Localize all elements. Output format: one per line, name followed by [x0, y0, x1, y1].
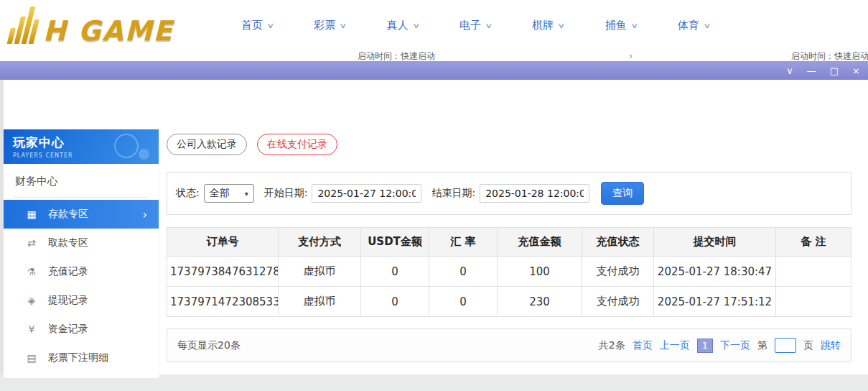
- pagination-bar: 每页显示20条 共2条 首页 上一页 1 下一页 第 页 跳转: [167, 328, 851, 362]
- background-page-text: 启动时间：快速启动: [358, 50, 435, 61]
- tab-company-deposit-records[interactable]: 公司入款记录: [167, 134, 247, 155]
- recharge-records-icon: ⚗: [25, 266, 38, 277]
- pagination-next[interactable]: 下一页: [720, 339, 750, 352]
- header-exchange-rate: 汇 率: [429, 228, 498, 257]
- table-row: 1737973847631278 虚拟币 0 0 100 支付成功 2025-0…: [167, 257, 851, 287]
- end-date-label: 结束日期:: [431, 187, 475, 200]
- chevron-down-icon: ∨: [412, 22, 420, 29]
- start-date-input[interactable]: [312, 184, 421, 203]
- nav-label: 棋牌: [532, 19, 554, 32]
- select-arrow-icon: ▾: [245, 190, 248, 198]
- cell-remark: [776, 287, 851, 317]
- pagination-current-page[interactable]: 1: [697, 339, 713, 353]
- sidebar-item-label: 取款专区: [48, 236, 88, 249]
- close-icon[interactable]: ×: [852, 66, 860, 75]
- search-button[interactable]: 查询: [601, 182, 644, 205]
- chevron-down-icon: ∨: [703, 22, 711, 29]
- total-count: 共2条: [599, 339, 625, 352]
- chevron-down-icon: ∨: [557, 22, 565, 29]
- nav-item-home[interactable]: 首页∨: [241, 19, 273, 32]
- sidebar-item-deposit-zone[interactable]: ▦ 存款专区 ›: [4, 200, 159, 229]
- sidebar-item-label: 存款专区: [48, 208, 88, 221]
- lottery-details-icon: ▤: [25, 352, 38, 364]
- withdraw-icon: ⇄: [25, 237, 38, 249]
- pagination-prev[interactable]: 上一页: [660, 339, 690, 352]
- sidebar-item-funds-records[interactable]: ¥ 资金记录: [4, 315, 159, 344]
- sidebar-item-withdrawal-records[interactable]: ◈ 提现记录: [4, 286, 159, 315]
- cell-payment-method: 虚拟币: [279, 287, 361, 317]
- header-recharge-status: 充值状态: [582, 228, 654, 257]
- window-controls: ∨ — □ ×: [786, 66, 868, 75]
- collapse-icon[interactable]: ∨: [786, 66, 793, 75]
- main-nav: 首页∨ 彩票∨ 真人∨ 电子∨ 棋牌∨ 捕鱼∨ 体育∨: [241, 19, 709, 32]
- nav-item-fishing[interactable]: 捕鱼∨: [605, 19, 637, 32]
- nav-label: 真人: [387, 19, 409, 32]
- cell-remark: [776, 257, 851, 287]
- sidebar-item-recharge-records[interactable]: ⚗ 充值记录: [4, 257, 159, 286]
- cell-recharge-status: 支付成功: [582, 257, 654, 287]
- nav-item-live[interactable]: 真人∨: [387, 19, 419, 32]
- deposit-icon: ▦: [25, 208, 38, 220]
- cell-order-id: 1737971472308533: [167, 287, 279, 317]
- cell-recharge-status: 支付成功: [582, 287, 654, 317]
- chevron-down-icon: ∨: [266, 22, 274, 29]
- table-header-row: 订单号 支付方式 USDT金额 汇 率 充值金额 充值状态 提交时间 备 注: [167, 228, 851, 257]
- status-label: 状态:: [176, 187, 200, 200]
- status-select-value: 全部: [210, 187, 230, 200]
- nav-item-electronic[interactable]: 电子∨: [459, 19, 491, 32]
- funds-records-icon: ¥: [25, 323, 38, 335]
- page-jump-input[interactable]: [775, 338, 796, 353]
- decor-circle: [139, 149, 149, 160]
- jump-button[interactable]: 跳转: [821, 339, 841, 352]
- tab-online-payment-records[interactable]: 在线支付记录: [257, 134, 337, 155]
- nav-label: 彩票: [314, 19, 335, 32]
- nav-label: 电子: [459, 19, 481, 32]
- sidebar-item-withdraw-zone[interactable]: ⇄ 取款专区: [4, 229, 159, 257]
- sidebar-subtitle: PLAYERS CENTER: [13, 152, 159, 159]
- minimize-icon[interactable]: —: [807, 66, 816, 75]
- sidebar-item-label: 资金记录: [48, 323, 88, 336]
- sidebar: 玩家中心 PLAYERS CENTER 财务中心 ▦ 存款专区 › ⇄ 取款专区…: [4, 129, 159, 378]
- nav-label: 首页: [241, 19, 263, 32]
- chevron-down-icon: ∨: [485, 22, 493, 29]
- records-table: 订单号 支付方式 USDT金额 汇 率 充值金额 充值状态 提交时间 备 注 1…: [167, 227, 851, 317]
- sidebar-section-label: 财务中心: [14, 164, 149, 198]
- maximize-icon[interactable]: □: [830, 66, 839, 75]
- nav-label: 捕鱼: [605, 19, 627, 32]
- sidebar-menu: ▦ 存款专区 › ⇄ 取款专区 ⚗ 充值记录 ◈ 提现记录 ¥ 资金记录 ▤ 彩…: [4, 200, 159, 372]
- cell-exchange-rate: 0: [429, 287, 498, 317]
- chevron-down-icon: ∨: [339, 22, 347, 29]
- header-remark: 备 注: [776, 228, 851, 257]
- start-date-label: 开始日期:: [264, 187, 308, 200]
- header-order-id: 订单号: [167, 228, 279, 257]
- table-row: 1737971472308533 虚拟币 0 0 230 支付成功 2025-0…: [167, 287, 851, 317]
- carousel-arrow-icon: ›: [629, 50, 633, 61]
- header-submit-time: 提交时间: [654, 228, 776, 257]
- nav-item-lottery[interactable]: 彩票∨: [314, 19, 345, 32]
- sidebar-item-lottery-bet-details[interactable]: ▤ 彩票下注明细: [4, 344, 159, 372]
- pagination-first[interactable]: 首页: [633, 339, 653, 352]
- cell-usdt-amount: 0: [361, 257, 429, 287]
- nav-label: 体育: [678, 19, 699, 32]
- nav-item-chess[interactable]: 棋牌∨: [532, 19, 564, 32]
- status-select[interactable]: 全部 ▾: [204, 184, 254, 203]
- site-logo[interactable]: H GAME: [11, 6, 204, 44]
- cell-recharge-amount: 230: [498, 287, 582, 317]
- header-payment-method: 支付方式: [279, 228, 361, 257]
- nav-item-sports[interactable]: 体育∨: [678, 19, 709, 32]
- logo-text: H GAME: [43, 18, 173, 44]
- filter-bar: 状态: 全部 ▾ 开始日期: 结束日期: 查询: [167, 172, 851, 215]
- pagination-controls: 共2条 首页 上一页 1 下一页 第 页 跳转: [599, 338, 841, 353]
- decor-circle: [114, 134, 139, 158]
- end-date-input[interactable]: [480, 184, 589, 203]
- background-page-strip: 启动时间：快速启动 › 启动时间：快速启动: [0, 50, 868, 61]
- sidebar-item-label: 提现记录: [48, 294, 88, 307]
- main-content: 公司入款记录 在线支付记录 状态: 全部 ▾ 开始日期: 结束日期: 查询 订单…: [167, 134, 851, 362]
- withdrawal-records-icon: ◈: [25, 295, 38, 306]
- cell-payment-method: 虚拟币: [279, 257, 361, 287]
- site-header: H GAME 首页∨ 彩票∨ 真人∨ 电子∨ 棋牌∨ 捕鱼∨ 体育∨: [0, 0, 868, 50]
- cell-submit-time: 2025-01-27 17:51:12: [654, 287, 776, 317]
- header-recharge-amount: 充值金额: [498, 228, 582, 257]
- cell-order-id: 1737973847631278: [167, 257, 279, 287]
- sidebar-item-label: 充值记录: [48, 265, 88, 278]
